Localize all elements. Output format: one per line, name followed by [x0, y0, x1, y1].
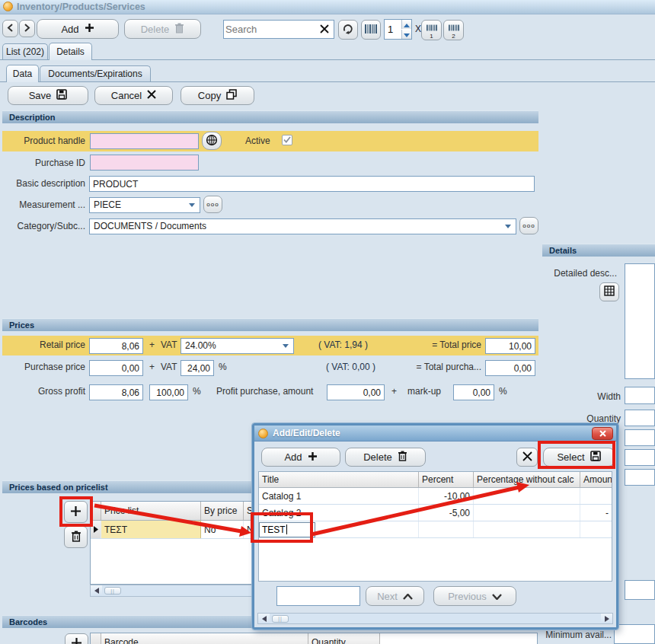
add-button[interactable]: Add — [37, 19, 119, 39]
clear-search-icon[interactable] — [319, 24, 330, 37]
barcodes-col-quantity[interactable]: Quantity — [308, 633, 380, 644]
pricelist-delete-button[interactable] — [64, 526, 88, 548]
gross-profit-percent-input[interactable] — [149, 384, 188, 400]
retail-price-input[interactable] — [89, 338, 143, 354]
purchase-id-input[interactable] — [90, 155, 199, 171]
minimum-available-input[interactable] — [614, 624, 655, 644]
detail-field-input[interactable] — [625, 449, 655, 466]
search-input[interactable] — [225, 22, 315, 37]
tab-documents-expirations[interactable]: Documents/Expirations — [40, 65, 151, 81]
chevron-up-icon — [403, 591, 413, 602]
delete-button[interactable]: Delete — [124, 19, 201, 39]
barcodes-col-barcode[interactable]: Barcode — [101, 633, 308, 644]
dialog-row-amount[interactable] — [580, 488, 612, 504]
pricelist-add-button[interactable] — [64, 501, 88, 523]
measurement-more-button[interactable]: ooo — [203, 196, 222, 213]
detail-field-input[interactable] — [625, 580, 655, 600]
pricelist-row-by-price[interactable]: No — [201, 521, 244, 538]
dialog-select-button[interactable]: Select — [543, 448, 615, 467]
category-more-button[interactable]: ooo — [519, 217, 538, 234]
globe-button[interactable] — [202, 132, 222, 150]
product-handle-input[interactable] — [90, 133, 199, 149]
dialog-col-amount[interactable]: Amount — [580, 472, 612, 487]
nav-previous-button[interactable] — [2, 20, 18, 37]
detail-field-input[interactable] — [625, 429, 655, 446]
nav-next-button[interactable] — [19, 20, 35, 37]
dialog-delete-button[interactable]: Delete — [345, 448, 426, 467]
dialog-col-title[interactable]: Title — [259, 472, 419, 487]
dialog-row-pwc[interactable] — [474, 488, 580, 504]
dialog-next-button[interactable]: Next — [366, 586, 424, 606]
tab-details-label: Details — [56, 46, 85, 57]
scroll-right-arrow[interactable] — [601, 614, 612, 623]
dialog-row-percent[interactable]: -10,00 — [419, 488, 474, 504]
basic-description-input[interactable] — [89, 176, 535, 192]
dialog-row-pwc[interactable] — [474, 521, 580, 537]
purchase-price-input[interactable] — [89, 360, 143, 376]
cancel-button[interactable]: Cancel — [94, 86, 173, 105]
pricelist-row-name[interactable]: ΤΕΣΤ — [101, 521, 201, 538]
save-button[interactable]: Save — [8, 86, 88, 105]
scroll-left-arrow[interactable] — [91, 585, 102, 596]
print-barcode-2-button[interactable]: 2 — [443, 20, 464, 40]
purchase-vat-input[interactable] — [181, 360, 214, 376]
scroll-thumb[interactable]: || — [104, 587, 121, 595]
pricelist-col-by-price[interactable]: By price — [201, 502, 244, 520]
scroll-left-arrow[interactable] — [258, 614, 270, 623]
total-price-input[interactable] — [485, 338, 535, 354]
gross-profit-input[interactable] — [89, 384, 143, 400]
barcodes-table: Barcode Quantity — [90, 633, 538, 644]
spinner-up-button[interactable] — [401, 20, 411, 29]
print-barcode-1-button[interactable]: 1 — [421, 20, 442, 40]
copy-button[interactable]: Copy — [181, 86, 254, 105]
markup-input[interactable] — [453, 384, 494, 400]
dialog-row-editing[interactable]: TEST — [259, 521, 612, 538]
measurement-dropdown[interactable]: PIECE — [89, 197, 200, 213]
dialog-titlebar[interactable]: Add/Edit/Delete — [254, 426, 616, 442]
dialog-row[interactable]: Catalog 1 -10,00 — [259, 488, 612, 505]
category-dropdown[interactable]: DOCUMENTS / Documents — [89, 218, 516, 234]
width-input[interactable] — [625, 387, 655, 404]
detailed-description-grid-button[interactable] — [599, 282, 619, 301]
detailed-description-textarea[interactable] — [625, 263, 655, 379]
tab-list[interactable]: List (202) — [2, 43, 48, 59]
dialog-search-input[interactable] — [276, 586, 360, 606]
dialog-add-button[interactable]: Add — [261, 448, 340, 467]
markup-label: mark-up — [407, 386, 441, 397]
tab-data[interactable]: Data — [6, 65, 39, 82]
pricelist-col-price-list[interactable]: Price list — [101, 502, 201, 520]
total-purchase-input[interactable] — [485, 360, 535, 376]
dialog-row-pwc[interactable] — [474, 505, 580, 521]
dialog-close-button[interactable] — [592, 427, 613, 440]
dialog-col-percent[interactable]: Percent — [419, 472, 474, 487]
spinner-down-button[interactable] — [401, 30, 411, 39]
measurement-value: PIECE — [94, 199, 121, 210]
refresh-button[interactable] — [338, 20, 358, 40]
tab-details[interactable]: Details — [49, 43, 92, 60]
dialog-clear-button[interactable] — [516, 448, 538, 467]
dialog-row-title[interactable]: Catalog 2 — [259, 505, 419, 521]
label-count-input[interactable] — [385, 21, 401, 37]
detail-field-input[interactable] — [625, 469, 655, 486]
dialog-row-title[interactable]: Catalog 1 — [259, 488, 419, 504]
profit-purchase-amount-input[interactable] — [327, 384, 385, 400]
dialog-row[interactable]: Catalog 2 -5,00 - — [259, 505, 612, 521]
scroll-thumb[interactable]: || — [272, 615, 289, 623]
dialog-title-editor[interactable]: TEST — [259, 522, 315, 537]
active-checkbox[interactable] — [282, 135, 292, 145]
row-selector-cell[interactable] — [91, 521, 101, 538]
dialog-row-amount[interactable]: - — [580, 505, 612, 521]
barcode-add-button[interactable] — [65, 633, 88, 644]
dialog-row-percent[interactable]: -5,00 — [419, 505, 474, 521]
dialog-edit-cell[interactable]: TEST — [259, 521, 419, 537]
retail-vat-dropdown[interactable]: 24.00% — [181, 338, 294, 354]
dialog-col-pwc[interactable]: Percentage without calc — [474, 472, 580, 487]
barcode-scan-button[interactable] — [361, 20, 381, 40]
quantity-input[interactable] — [625, 410, 655, 426]
dialog-row-percent[interactable] — [419, 521, 474, 537]
dialog-row-amount[interactable] — [580, 521, 612, 537]
dialog-previous-button[interactable]: Previous — [433, 586, 516, 606]
add-edit-delete-dialog: Add/Edit/Delete Add Delete Select Title … — [252, 423, 618, 630]
basic-description-label: Basic description — [0, 178, 85, 189]
dialog-hscrollbar[interactable]: || — [257, 613, 613, 624]
